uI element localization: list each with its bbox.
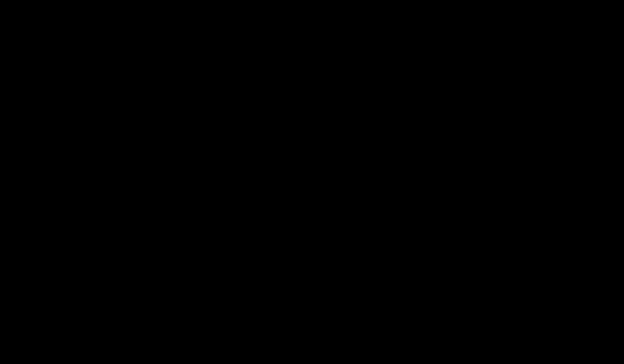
terminal-window xyxy=(0,0,624,313)
footer-bar xyxy=(0,327,624,364)
footer-row-2 xyxy=(0,346,624,364)
footer-row-1 xyxy=(0,327,624,346)
editor-content[interactable] xyxy=(0,2,624,313)
